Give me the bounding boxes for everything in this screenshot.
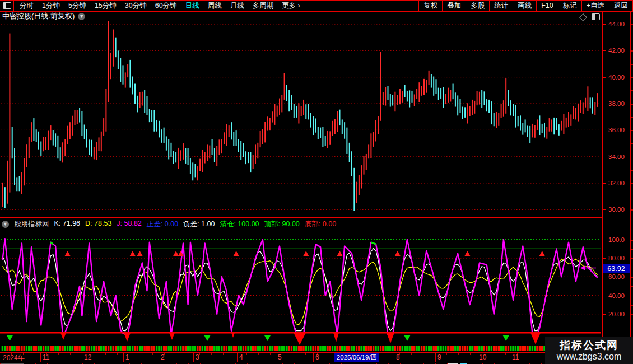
sell-triangle-icon: [337, 251, 343, 256]
candle-bar: [115, 38, 117, 58]
ribbon-cell: [443, 346, 445, 351]
y-axis-label: 30.00: [603, 206, 630, 213]
date-axis[interactable]: 2024年11121234568910112025/06/19/四: [0, 352, 602, 362]
date-label-9[interactable]: 9: [437, 353, 441, 361]
ribbon-cell: [192, 346, 194, 351]
ribbon-cell: [356, 346, 358, 351]
ribbon-cell: [457, 346, 459, 351]
ribbon-cell: [119, 346, 122, 351]
indicator-header-item: J: 58.82: [117, 220, 141, 229]
indicator-header-item: K: 71.96: [54, 220, 81, 229]
candle-bar: [525, 119, 526, 132]
candle-bar: [527, 125, 528, 137]
candle-bar: [491, 101, 492, 124]
selected-date[interactable]: 2025/06/19/四: [334, 353, 379, 362]
date-label-10[interactable]: 10: [479, 353, 486, 361]
date-label-3[interactable]: 3: [196, 353, 199, 361]
period-tab-月线[interactable]: 月线: [230, 1, 244, 11]
period-tab-30分钟[interactable]: 30分钟: [125, 1, 147, 11]
period-tab-1分钟[interactable]: 1分钟: [42, 1, 60, 11]
candle-bar: [60, 147, 61, 161]
date-label-2[interactable]: 2: [161, 353, 165, 361]
candle-bar: [337, 111, 338, 132]
candle-bar: [151, 110, 152, 122]
toolbar-button-标记[interactable]: 标记: [558, 1, 581, 11]
ribbon-cell: [271, 346, 273, 351]
indicator-header-item: 正差: 0.00: [147, 220, 178, 229]
toolbar-button-统计[interactable]: 统计: [489, 1, 513, 11]
toolbar-button-多股[interactable]: 多股: [466, 1, 489, 11]
candle-bar: [125, 72, 126, 87]
ribbon-cell: [447, 346, 449, 351]
date-label-4[interactable]: 4: [239, 353, 243, 361]
date-label-6[interactable]: 6: [315, 353, 319, 361]
period-tab-60分钟[interactable]: 60分钟: [155, 1, 177, 11]
period-tab-周线[interactable]: 周线: [208, 1, 222, 11]
toolbar-button-+自选[interactable]: +自选: [581, 1, 609, 11]
period-tab-更多 ›[interactable]: 更多 ›: [282, 1, 300, 11]
sell-triangle-icon: [64, 251, 71, 256]
ribbon-cell: [50, 346, 52, 351]
candle-bar: [388, 86, 389, 100]
date-label-8[interactable]: 8: [396, 353, 400, 361]
toolbar-button-返回[interactable]: 返回: [609, 1, 633, 11]
candle-bar: [231, 122, 232, 139]
date-label-1[interactable]: 1: [125, 353, 129, 361]
period-tab-多周期[interactable]: 多周期: [253, 1, 274, 11]
diamond-icon[interactable]: [579, 13, 587, 21]
main-candlestick-chart[interactable]: [0, 21, 602, 217]
candle-bar: [69, 122, 71, 139]
candle-bar: [508, 90, 509, 106]
indicator-kdj-chart[interactable]: [0, 230, 602, 352]
month-divider: [193, 353, 194, 362]
period-tab-日线[interactable]: 日线: [185, 1, 199, 11]
ribbon-cell: [93, 346, 95, 351]
toolbar-button-复权[interactable]: 复权: [418, 1, 442, 11]
ribbon-cell: [467, 346, 469, 351]
toolbar-button-叠加[interactable]: 叠加: [442, 1, 466, 11]
indicator-chevron-icon[interactable]: ▼: [2, 221, 9, 228]
ribbon-cell: [392, 346, 394, 351]
ribbon-cell: [348, 346, 351, 351]
date-label-12[interactable]: 12: [84, 353, 91, 361]
ribbon-cell: [71, 346, 73, 351]
ribbon-cell: [21, 346, 23, 351]
period-tab-5分钟[interactable]: 5分钟: [68, 1, 86, 11]
candle-bar: [539, 115, 540, 135]
below-zero-blob: [124, 333, 131, 342]
candle-bar: [209, 146, 210, 159]
ribbon-cell: [353, 346, 356, 351]
candle-bar: [349, 143, 350, 162]
candle-bar: [180, 150, 181, 161]
date-label-11[interactable]: 11: [512, 353, 519, 361]
candle-bar: [226, 124, 227, 146]
chevron-down-icon[interactable]: ▼: [78, 13, 85, 20]
candle-bar: [142, 92, 143, 106]
candle-bar: [33, 118, 34, 141]
candle-bar: [486, 99, 487, 111]
split-pane-icon-right[interactable]: [592, 13, 600, 20]
candle-bar: [453, 84, 454, 100]
date-label-5[interactable]: 5: [278, 353, 282, 361]
candle-bar: [168, 139, 169, 160]
toolbar-button-画线[interactable]: 画线: [513, 1, 536, 11]
toolbar-button-F10[interactable]: F10: [536, 1, 558, 11]
date-label-2024年[interactable]: 2024年: [3, 353, 25, 363]
candle-bar: [534, 125, 536, 138]
buy-triangle-icon: [204, 335, 211, 341]
date-label-11[interactable]: 11: [43, 353, 49, 361]
y-axis-tick: [603, 104, 606, 104]
period-tab-分时[interactable]: 分时: [20, 1, 34, 11]
sell-triangle-icon: [303, 251, 309, 256]
candle-bar: [467, 103, 468, 123]
ribbon-cell: [175, 346, 177, 351]
ribbon-cell: [4, 346, 6, 351]
layout-split-button[interactable]: [0, 1, 14, 11]
ribbon-cell: [230, 346, 232, 351]
ribbon-cell: [23, 346, 25, 351]
period-tab-15分钟[interactable]: 15分钟: [95, 1, 117, 11]
ribbon-cell: [156, 346, 158, 351]
ribbon-cell: [199, 346, 201, 351]
candle-bar: [137, 96, 138, 113]
month-divider: [82, 353, 82, 362]
